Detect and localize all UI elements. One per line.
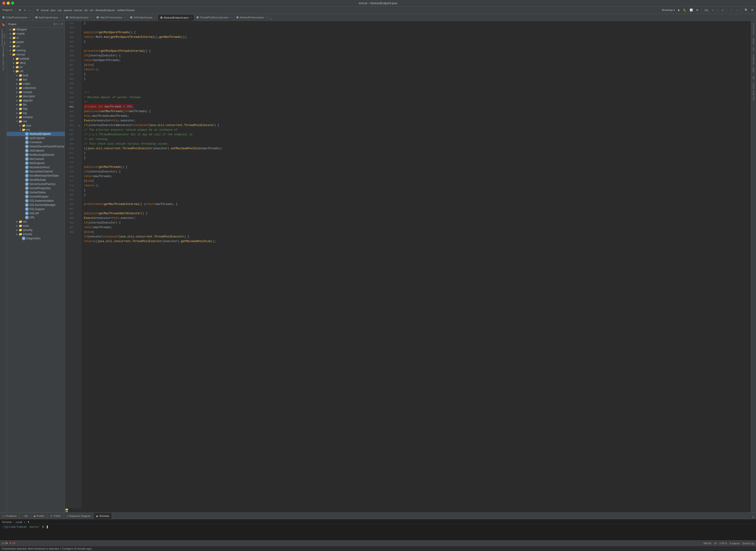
tree-item-sslutil[interactable]: ▶ C SSLUtil [7, 211, 65, 215]
toolbar-layout-button[interactable]: ⊞ [18, 8, 22, 12]
tree-item-util[interactable]: ▼ 📂 util [7, 69, 65, 73]
tree-item-naming[interactable]: ▶ 📁 naming [7, 48, 65, 52]
tree-item-constants[interactable]: ▶ C Constants [7, 140, 65, 144]
run-config-selector[interactable]: Bootstrap ▾ [661, 8, 676, 12]
tab-http11protocol[interactable]: Http11Protocol.java × [94, 14, 128, 21]
right-panel-todo[interactable]: TODO [752, 66, 755, 74]
toolbar-vcs-push[interactable]: ↑ [716, 8, 720, 12]
tree-item-nioselectorpool[interactable]: ▶ C NioSelectorPool [7, 165, 65, 169]
tree-item-sslimplementation[interactable]: ▶ C SSLImplementation [7, 199, 65, 203]
toolbar-git-button[interactable]: Git: [703, 8, 710, 12]
close-button[interactable] [2, 2, 5, 5]
status-errors[interactable]: ✗ 19 [10, 542, 15, 545]
tree-item-el[interactable]: ▶ 📁 el [7, 36, 65, 40]
tree-item-net[interactable]: ▼ 📂 net [7, 119, 65, 123]
right-panel-structure[interactable]: Structure [752, 22, 755, 36]
sidebar-ant-icon[interactable]: Ant [1, 66, 6, 71]
tree-item-nioendpoint[interactable]: ▶ C NioEndpoint [7, 161, 65, 165]
toolbar-coverage-button[interactable]: 📊 [689, 8, 694, 12]
tree-item-niochannel[interactable]: ▶ C NioChannel [7, 157, 65, 161]
tab-close-icon[interactable]: × [266, 16, 267, 19]
toolbar-debug-button[interactable]: 🐛 [682, 8, 688, 12]
tab-terminal[interactable]: ▶ Terminal [94, 513, 112, 519]
tree-item-res[interactable]: ▶ 📁 res [7, 219, 65, 224]
tab-aprendpoint[interactable]: AprEndpoint.java × [33, 14, 64, 21]
tree-item-file[interactable]: ▶ 📁 file [7, 103, 65, 107]
right-panel-ant[interactable]: Ant [752, 46, 755, 52]
terminal-local-label[interactable]: Local [16, 521, 22, 523]
sidebar-database-icon[interactable]: Database [1, 48, 6, 54]
sidebar-jsonparser-icon[interactable]: Json Parser [1, 39, 6, 45]
tree-item-juli[interactable]: ▶ 📁 juli [7, 44, 65, 48]
sidebar-bookmarks-icon[interactable]: 🔖 [1, 22, 6, 27]
tree-item-jni[interactable]: ▶ 📁 jni [7, 65, 65, 69]
tab-threadpoolexecutor[interactable]: ThreadPoolExecutor.java × [194, 14, 234, 21]
toolbar-run-button[interactable]: ▶ [677, 8, 681, 12]
tab-close-icon[interactable]: × [230, 16, 231, 19]
tab-abstractprotocol[interactable]: AbstractProtocol.java × [234, 14, 269, 21]
tab-close-icon[interactable]: × [60, 16, 61, 19]
tab-close-icon[interactable]: × [90, 16, 92, 19]
terminal-settings-icon[interactable]: ⚙ [753, 516, 754, 519]
toolbar-list-button[interactable]: ≡ [23, 8, 27, 12]
tab-git[interactable]: ↑ Git [19, 513, 31, 519]
tree-item-bcel[interactable]: ▶ 📁 bcel [7, 73, 65, 77]
tree-item-sslsupport[interactable]: ▶ C SSLSupport [7, 207, 65, 211]
tab-11aprprotocol[interactable]: 11AprProtocol.java × [0, 14, 33, 21]
tab-close-icon[interactable]: × [154, 16, 156, 19]
tree-item-http[interactable]: ▶ 📁 http [7, 107, 65, 111]
toolbar-vcs-check[interactable]: ✓ [711, 8, 715, 12]
right-scroll-gutter[interactable] [65, 508, 68, 512]
tree-item-res-net[interactable]: ▼ 📂 res [7, 128, 65, 132]
toolbar-vcs-pull[interactable]: ↙ [721, 8, 725, 12]
toolbar-search-button[interactable]: 🔍 [743, 8, 749, 12]
terminal-dropdown-button[interactable]: ▼ [27, 521, 30, 523]
tree-item-defaultserversocketfactory[interactable]: ▶ C DefaultServerSocketFactory [7, 144, 65, 148]
tree-item-codec[interactable]: ▶ 📁 codec [7, 82, 65, 86]
tab-jioendpoint[interactable]: JIoEndpoint.java × [128, 14, 158, 21]
tree-item-aprendpoint[interactable]: ▶ C AprEndpoint [7, 136, 65, 140]
tree-icon-2[interactable]: ≡ [56, 22, 58, 26]
minimize-button[interactable] [7, 2, 10, 5]
sidebar-editor-icon[interactable]: Codestream [1, 57, 6, 63]
tree-item-buildutil[interactable]: ▶ 📁 buildutil [7, 57, 65, 61]
tree-item-collections[interactable]: ▶ 📁 collections [7, 86, 65, 90]
tree-item-jioendpoint[interactable]: ▶ C JIoEndpoint [7, 148, 65, 153]
tree-item-modeler[interactable]: ▶ 📁 modeler [7, 115, 65, 119]
right-panel-maven[interactable]: Maven [752, 36, 755, 45]
terminal-settings[interactable]: ⚙ [751, 516, 756, 519]
toolbar-profile-button[interactable]: ⊕ [695, 8, 699, 12]
tree-item-threads[interactable]: ▶ 📁 threads [7, 232, 65, 236]
toolbar-sort-button[interactable]: ↕ [28, 8, 32, 12]
toolbar-history-back[interactable]: ← [729, 8, 734, 12]
tab-close-icon[interactable]: × [124, 16, 125, 19]
more-tabs-button[interactable]: ▾ [269, 18, 274, 21]
tab-close-icon[interactable]: × [29, 16, 30, 19]
tree-item-abstractendpoint[interactable]: ▶ C AbstractEndpoint [7, 132, 65, 136]
tree-item-coyote[interactable]: ▶ 📁 coyote [7, 32, 65, 36]
tab-nioendpoint[interactable]: NioEndpoint.java × [64, 14, 94, 21]
terminal-tab-label[interactable]: Terminal [2, 521, 12, 523]
right-panel-bigdata[interactable]: Big Data Tools [752, 81, 755, 102]
tree-item-buf[interactable]: ▶ 📁 buf [7, 77, 65, 82]
right-panel-jql[interactable]: JQL [752, 74, 755, 81]
right-panel-database[interactable]: Database [752, 53, 755, 66]
tree-item-security[interactable]: ▶ 📁 security [7, 228, 65, 232]
tree-item-jsse[interactable]: ▶ 📁 jsse [7, 123, 65, 128]
tree-item-socketwrapper[interactable]: ▶ C SocketWrapper [7, 194, 65, 199]
sidebar-pullrequests-icon[interactable]: Pull Requests [1, 31, 6, 36]
tab-abstractendpoint[interactable]: AbstractEndpoint.java × [158, 14, 194, 21]
tree-settings-icon[interactable]: ⚙ [61, 22, 63, 26]
tree-item-secureniochannel[interactable]: ▶ C SecureNioChannel [7, 169, 65, 174]
tab-profiler[interactable]: ◉ Profiler [31, 513, 48, 519]
toolbar-history-fwd[interactable]: → [735, 8, 740, 12]
tree-item-sslsessionmanager[interactable]: ▶ C SSLSessionManager [7, 203, 65, 207]
project-button[interactable]: Project ▾ [1, 8, 14, 12]
toolbar-settings-button[interactable]: ⚙ [35, 8, 40, 12]
maximize-button[interactable] [11, 2, 14, 5]
tree-item-nioblockingselector[interactable]: ▶ C NioBlockingSelector [7, 153, 65, 157]
tree-item-url[interactable]: ▶ C URL [7, 215, 65, 219]
tree-item-compat[interactable]: ▶ 📁 compat [7, 90, 65, 94]
tree-item-serversocketfactory[interactable]: ▶ C ServerSocketFactory [7, 182, 65, 186]
tree-item-sendfilestate[interactable]: ▶ C SendfileState [7, 178, 65, 182]
